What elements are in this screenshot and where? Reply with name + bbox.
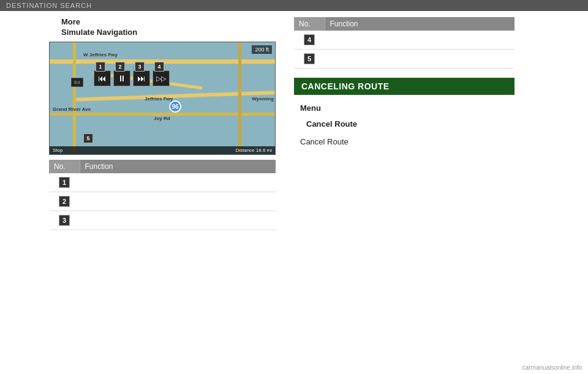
badge-2: 2 xyxy=(115,62,125,72)
left-column: More Simulate Navigation W Jeffries Fwy … xyxy=(12,17,276,230)
cancel-step-route: Cancel Route xyxy=(306,118,576,131)
canceling-route-header: CANCELING ROUTE xyxy=(294,78,514,95)
simulate-label: Simulate Navigation xyxy=(61,28,276,37)
left-table-header: No. Function xyxy=(49,160,276,173)
badge-5: 5 xyxy=(83,133,93,143)
left-table: No. Function 1 2 3 xyxy=(49,160,276,230)
right-table-header: No. Function xyxy=(294,17,514,31)
road-label-jeffries2: Jeffries Fwy xyxy=(145,96,173,102)
road-label-grandriver: Grand River Ave xyxy=(53,107,91,112)
table-row: 1 xyxy=(49,173,276,192)
stop-label: Stop xyxy=(53,148,62,153)
row3-no: 3 xyxy=(49,211,80,230)
table-row: 2 xyxy=(49,192,276,211)
row2-no: 2 xyxy=(49,192,80,211)
row2-function xyxy=(80,192,276,211)
map-background: W Jeffries Fwy Grand River Ave Jeffries … xyxy=(50,42,275,154)
road-label-jeffries: W Jeffries Fwy xyxy=(83,52,118,58)
page-header: DESTINATION SEARCH xyxy=(0,0,588,11)
row1-no: 1 xyxy=(49,173,80,192)
badge-num-3: 3 xyxy=(59,215,70,226)
brand-text: carmanualsonline.info xyxy=(522,364,582,371)
right-col-function-header: Function xyxy=(325,17,514,31)
more-label: More xyxy=(61,17,276,26)
map-container: W Jeffries Fwy Grand River Ave Jeffries … xyxy=(49,42,276,155)
footer-brand: carmanualsonline.info xyxy=(522,364,582,371)
left-col-function-header: Function xyxy=(80,160,276,173)
badge-3: 3 xyxy=(135,62,145,72)
right-table: No. Function 4 5 xyxy=(294,17,514,69)
road-v1 xyxy=(73,42,76,154)
header-title: DESTINATION SEARCH xyxy=(6,2,92,9)
control-btn-4[interactable]: ▷▷ xyxy=(153,70,170,86)
badge-num-1: 1 xyxy=(59,177,70,188)
right-row5-no: 5 xyxy=(294,50,325,69)
right-col-no-header: No. xyxy=(294,17,325,31)
cancel-step-menu: Menu xyxy=(300,102,576,115)
road-label-joyrd: Joy Rd xyxy=(154,116,170,121)
control-btn-3[interactable]: ⏭ xyxy=(133,70,150,86)
badge-1: 1 xyxy=(96,62,105,72)
table-row: 4 xyxy=(294,31,514,50)
right-column: No. Function 4 5 CANCELING ROUTE Menu Ca… xyxy=(288,17,576,230)
right-row5-function xyxy=(325,50,514,69)
cancel-step-result: Cancel Route xyxy=(300,136,576,149)
badge-num-5: 5 xyxy=(304,53,315,64)
left-col-no-header: No. xyxy=(49,160,80,173)
control-btn-1[interactable]: ⏮ xyxy=(94,70,111,86)
row3-function xyxy=(80,211,276,230)
distance-box: 200 ft xyxy=(252,45,272,54)
control-btn-2[interactable]: ⏸ xyxy=(113,70,130,86)
cancel-route-content: Menu Cancel Route Cancel Route xyxy=(294,102,576,148)
right-row4-function xyxy=(325,31,514,50)
main-content: More Simulate Navigation W Jeffries Fwy … xyxy=(0,11,588,236)
road-label-wyoming: Wyoming xyxy=(252,96,274,102)
badge-4: 4 xyxy=(154,62,164,72)
distance-label: Distance 18.6 mi xyxy=(235,148,272,153)
table-row: 3 xyxy=(49,211,276,230)
road-v2 xyxy=(238,42,241,154)
badge-num-2: 2 xyxy=(59,196,70,207)
map-bottom-bar: Stop Distance 18.6 mi xyxy=(50,146,275,154)
edit-button[interactable]: Ed xyxy=(71,78,83,87)
route-marker: 96 xyxy=(169,100,181,113)
badge-num-4: 4 xyxy=(304,34,315,45)
table-row: 5 xyxy=(294,50,514,69)
row1-function xyxy=(80,173,276,192)
right-row4-no: 4 xyxy=(294,31,325,50)
